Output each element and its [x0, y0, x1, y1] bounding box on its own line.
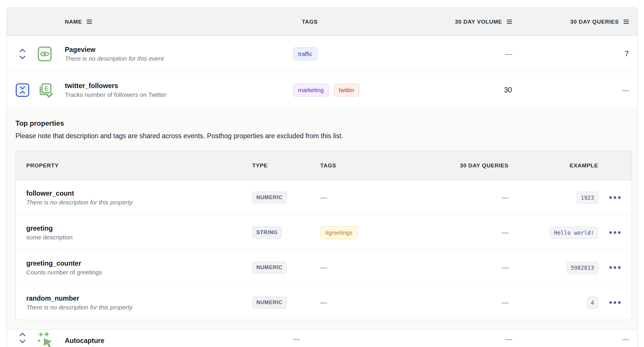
tags-empty: — — [320, 299, 327, 306]
type-badge: STRING — [252, 227, 282, 239]
volume-cell: 30 — [436, 86, 512, 94]
property-example-cell: 1923 — [509, 192, 598, 204]
column-header-prop-tags: TAGS — [320, 162, 414, 169]
property-name-cell: greeting_counter Counts number of greeti… — [26, 259, 252, 277]
queries-cell: 7 — [512, 50, 629, 58]
property-description: There is no description for this propert… — [26, 303, 252, 312]
property-description: There is no description for this propert… — [26, 198, 252, 207]
event-tags-cell: marketing twitter — [293, 84, 436, 97]
expander-cell — [14, 83, 31, 97]
expand-row-button[interactable] — [19, 48, 26, 60]
example-value: 4 — [587, 297, 598, 309]
event-description: There is no description for this event — [65, 54, 293, 63]
more-options-button[interactable] — [609, 194, 621, 201]
property-row-greeting: greeting some description STRING #greeti… — [16, 215, 632, 250]
type-badge: NUMERIC — [252, 297, 287, 309]
volume-cell: — — [436, 330, 512, 344]
property-actions-cell — [598, 229, 621, 236]
more-options-button[interactable] — [609, 264, 621, 271]
event-name[interactable]: Autocapture — [65, 336, 293, 345]
properties-table-header: PROPERTY TYPE TAGS 30 DAY QUERIES EXAMPL… — [16, 151, 632, 180]
property-type-cell: NUMERIC — [252, 262, 320, 274]
tag-pill: marketing — [293, 84, 329, 97]
event-type-cell: E — [31, 82, 59, 98]
column-header-volume[interactable]: 30 DAY VOLUME — [436, 19, 512, 25]
pageview-eye-icon — [38, 46, 52, 62]
property-actions-cell — [598, 264, 621, 271]
column-header-queries-label: 30 DAY QUERIES — [570, 19, 619, 25]
event-name[interactable]: twitter_followers — [65, 81, 293, 90]
expand-chevrons-icon — [19, 48, 26, 60]
event-name-cell: twitter_followers Tracks number of follo… — [59, 81, 293, 99]
example-value: Hello world! — [550, 227, 598, 239]
sort-icon[interactable] — [87, 20, 92, 24]
table-row-twitter-followers: E twitter_followers Tracks number of fol… — [7, 72, 638, 108]
property-actions-cell — [598, 194, 621, 201]
column-header-property: PROPERTY — [26, 162, 252, 169]
collapse-row-button[interactable] — [16, 83, 29, 97]
property-type-cell: NUMERIC — [252, 192, 320, 204]
event-definitions-table: NAME TAGS 30 DAY VOLUME 30 DAY QUERIES — [6, 8, 638, 347]
column-header-type: TYPE — [252, 162, 320, 169]
queries-empty: — — [502, 194, 509, 201]
column-header-queries[interactable]: 30 DAY QUERIES — [512, 19, 629, 25]
property-row-greeting-counter: greeting_counter Counts number of greeti… — [16, 250, 632, 285]
more-options-button[interactable] — [609, 299, 621, 306]
tags-empty: — — [320, 194, 327, 201]
volume-value: — — [505, 335, 512, 344]
property-name[interactable]: greeting_counter — [26, 259, 252, 268]
property-example-cell: 4 — [509, 297, 598, 309]
volume-value: — — [505, 50, 512, 58]
property-row-random-number: random_number There is no description fo… — [16, 285, 632, 320]
property-row-follower-count: follower_count There is no description f… — [16, 180, 632, 215]
event-description: There is no description for this event — [65, 345, 293, 347]
property-actions-cell — [598, 299, 621, 306]
property-example-cell: 5982813 — [509, 262, 598, 274]
event-detail-panel: Top properties Please note that descript… — [7, 108, 638, 330]
tags-empty: — — [293, 335, 300, 344]
column-header-name-label: NAME — [65, 19, 82, 25]
column-header-example: EXAMPLE — [509, 162, 598, 169]
property-name[interactable]: greeting — [26, 224, 252, 233]
property-queries-cell: — — [414, 194, 509, 201]
table-row-autocapture: Autocapture There is no description for … — [7, 330, 638, 347]
event-tags-cell: — — [293, 330, 436, 344]
expand-chevrons-icon — [19, 332, 26, 344]
example-value: 5982813 — [567, 262, 598, 274]
expander-cell — [14, 330, 31, 344]
table-row-pageview: Pageview There is no description for thi… — [7, 36, 638, 72]
expander-cell — [14, 48, 31, 60]
property-name[interactable]: follower_count — [26, 189, 252, 198]
property-name-cell: random_number There is no description fo… — [26, 294, 252, 312]
event-name[interactable]: Pageview — [65, 45, 293, 54]
tag-pill: twitter — [334, 84, 359, 97]
event-name-cell: Pageview There is no description for thi… — [59, 45, 293, 63]
tag-pill: #greetings — [320, 226, 357, 239]
sort-icon[interactable] — [624, 20, 629, 24]
svg-text:E: E — [44, 85, 49, 92]
queries-value: — — [622, 335, 629, 344]
event-table-header: NAME TAGS 30 DAY VOLUME 30 DAY QUERIES — [7, 8, 638, 36]
example-value: 1923 — [577, 192, 598, 204]
panel-title: Top properties — [15, 119, 632, 128]
expand-row-button[interactable] — [19, 332, 26, 344]
event-tags-cell: traffic — [293, 48, 436, 60]
sort-icon[interactable] — [507, 20, 512, 24]
property-name-cell: greeting some description — [26, 224, 252, 242]
queries-cell: — — [512, 86, 629, 94]
property-description: Counts number of greetings — [26, 268, 252, 277]
property-tags-cell: #greetings — [320, 226, 414, 239]
property-name[interactable]: random_number — [26, 294, 252, 303]
queries-value: 7 — [625, 50, 629, 58]
property-tags-cell: — — [320, 299, 414, 306]
event-definition-icon: E — [37, 82, 53, 98]
column-header-tags-label: TAGS — [302, 19, 318, 25]
queries-value: — — [622, 86, 629, 94]
tags-empty: — — [320, 264, 327, 271]
more-options-button[interactable] — [609, 229, 621, 236]
volume-cell: — — [436, 50, 512, 58]
collapse-chevrons-icon — [19, 86, 26, 94]
column-header-name[interactable]: NAME — [59, 19, 293, 25]
property-queries-cell: — — [414, 264, 509, 271]
queries-empty: — — [502, 264, 509, 271]
